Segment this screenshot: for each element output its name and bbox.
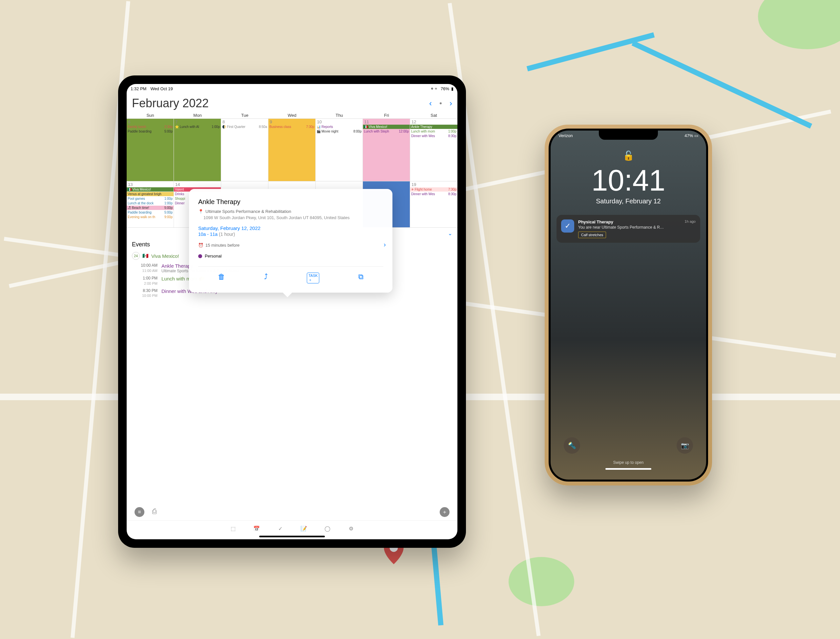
calendar-event[interactable]: Family lunch2:30p (127, 125, 173, 129)
today-button[interactable] (440, 102, 442, 104)
flashlight-button[interactable]: 🔦 (564, 437, 580, 454)
wifi-icon: ◉ ᯤ (431, 86, 439, 91)
calendar-event[interactable]: ⭐ Lunch with Al1:00p (174, 125, 221, 129)
notes-tab[interactable]: 📝 (299, 524, 309, 533)
lock-icon: 🔓 (550, 150, 706, 161)
home-indicator[interactable] (259, 536, 325, 537)
calendar-event[interactable]: Lunch at the dock1:00p (127, 201, 173, 205)
chevron-right-icon[interactable]: › (383, 241, 386, 248)
weekday-label: Thu (316, 113, 363, 118)
day-number: 14 (175, 182, 180, 187)
location-pin-icon: 📍 (198, 209, 204, 214)
tab-bar: ⬚ 📅 ✓ 📝 ◯ ⚙ (127, 520, 457, 536)
popup-location: Ultimate Sports Performance & Rehabilita… (205, 209, 291, 214)
notification-tag: Calf stretches (578, 232, 606, 238)
weekday-label: Sun (127, 113, 174, 118)
battery-icon: ▭ (694, 133, 698, 138)
river (632, 41, 813, 129)
copy-button[interactable]: ⧉ (358, 273, 364, 283)
battery-percent: 47% (684, 133, 693, 138)
popup-time: 10a - 11a (198, 232, 218, 237)
badge-icon: 24 (132, 252, 140, 260)
home-indicator[interactable] (605, 468, 651, 470)
iphone-device: Verizon 47% ▭ 🔓 10:41 Saturday, February… (545, 125, 712, 485)
calendar-event[interactable]: Ankle Therapy (410, 125, 457, 129)
calendar-cell[interactable]: 19✈ Flight home7:30pDinner with Wes8:30p (410, 181, 457, 227)
popup-address: 1098 W South Jordan Pkwy, Unit 101, Sout… (198, 215, 383, 220)
calendar-event[interactable]: 🇲🇽 Viva Mexico! (127, 187, 173, 192)
popup-date: Saturday, February 12, 2022 (198, 225, 383, 231)
lock-time: 10:41 (550, 164, 706, 197)
flag-icon: 🇲🇽 (142, 253, 149, 259)
calendar-event[interactable]: Venus at greatest brigh (127, 192, 173, 196)
calendar-event[interactable]: Lunch with Steph12:00p (363, 129, 410, 134)
create-task-button[interactable]: TASK＋ (307, 273, 319, 283)
alarm-icon: ⏰ (198, 243, 204, 248)
next-month-button[interactable]: › (450, 99, 452, 108)
calendar-event[interactable]: Paddle boarding5:00p (127, 210, 173, 215)
app-icon: ✓ (561, 219, 574, 232)
calendar-event[interactable]: Pool games1:00p (127, 197, 173, 201)
event-popup: Ankle Therapy 📍 Ultimate Sports Performa… (189, 189, 393, 292)
calendar-event[interactable]: Dinner with Wes8:30p (410, 134, 457, 138)
day-number: 7 (175, 119, 178, 124)
category-dot (198, 254, 202, 258)
calendar-tab[interactable]: 📅 (252, 524, 261, 533)
popup-title: Ankle Therapy (198, 198, 383, 206)
ipad-device: 1:32 PM Wed Oct 19 ◉ ᯤ 76% ▮ February 20… (118, 75, 466, 548)
weekday-label: Fri (363, 113, 410, 118)
status-date: Wed Oct 19 (150, 86, 173, 91)
calendar-cell[interactable]: 11🇲🇽 Viva Mexico!Lunch with Steph12:00p (363, 119, 410, 181)
calendar-cell[interactable]: 12Ankle TherapyLunch with mom1:00pDinner… (410, 119, 457, 181)
calendar-header: February 2022 ‹ › (127, 93, 457, 112)
month-title: February 2022 (132, 97, 209, 110)
day-number: 10 (317, 119, 321, 124)
settings-tab[interactable]: ⚙ (347, 524, 356, 533)
calendar-event[interactable]: ✈ Flight home7:30p (410, 187, 457, 192)
calendar-cell[interactable]: 9Business class7:30p (269, 119, 316, 181)
utility-bar: ≡ ⎙ ＋ (127, 504, 457, 520)
calendar-event[interactable]: 🇲🇽 Viva Mexico! (363, 125, 410, 129)
notch (599, 130, 658, 140)
calendar-event[interactable]: 🌓 First Quarter8:50a (221, 125, 268, 129)
banner-title: Viva Mexico! (151, 253, 179, 259)
calendar-event[interactable]: Lunch with mom1:00p (410, 129, 457, 134)
popup-reminder: 15 minutes before (205, 243, 240, 248)
ipad-screen: 1:32 PM Wed Oct 19 ◉ ᯤ 76% ▮ February 20… (127, 84, 457, 539)
lock-date: Saturday, February 12 (550, 197, 706, 205)
calendar-event[interactable]: Paddle boarding5:00p (127, 129, 173, 134)
weekday-label: Tue (221, 113, 269, 118)
carrier-label: Verizon (558, 133, 573, 138)
camera-button[interactable]: 📷 (676, 437, 693, 454)
calendar-cell[interactable]: 8🌓 First Quarter8:50a (221, 119, 269, 181)
day-number: 11 (364, 119, 369, 124)
notification[interactable]: ✓ Physical Therapy 1h ago You are near U… (557, 215, 700, 243)
calendar-event[interactable]: 📊 Reports (316, 125, 363, 129)
swipe-hint: Swipe up to open (550, 460, 706, 465)
tasks-tab[interactable]: ✓ (275, 524, 285, 533)
menu-button[interactable]: ≡ (135, 507, 145, 517)
calendar-event[interactable]: 🏖 Beach time!5:00p (127, 206, 173, 210)
calendar-event[interactable]: Evening walk on th9:00p (127, 215, 173, 219)
print-button[interactable]: ⎙ (152, 507, 156, 517)
calendar-cell[interactable]: 10📊 Reports🎬 Movie night8:00p (316, 119, 363, 181)
battery-percent: 76% (441, 86, 449, 91)
contacts-tab[interactable]: ◯ (323, 524, 332, 533)
prev-month-button[interactable]: ‹ (429, 99, 432, 108)
day-number: 6 (128, 119, 130, 124)
share-button[interactable]: ⤴ (264, 273, 268, 283)
calendar-event[interactable]: 🎬 Movie night8:00p (316, 129, 363, 134)
calendar-row: 6Family lunch2:30pPaddle boarding5:00p7⭐… (127, 119, 457, 181)
calendar-cell[interactable]: 7⭐ Lunch with Al1:00p (174, 119, 221, 181)
day-number: 13 (128, 182, 132, 187)
calendar-cell[interactable]: 13🇲🇽 Viva Mexico!Venus at greatest brigh… (127, 181, 174, 227)
calendar-event[interactable]: Dinner with Wes8:30p (410, 192, 457, 196)
scan-tab[interactable]: ⬚ (228, 524, 237, 533)
calendar-cell[interactable]: 6Family lunch2:30pPaddle boarding5:00p (127, 119, 174, 181)
add-button[interactable]: ＋ (440, 507, 450, 517)
delete-button[interactable]: 🗑 (218, 273, 225, 283)
notification-title: Physical Therapy (578, 219, 613, 224)
calendar-event[interactable]: Business class7:30p (269, 125, 315, 129)
day-number: 8 (223, 119, 225, 124)
weekday-label: Wed (269, 113, 316, 118)
